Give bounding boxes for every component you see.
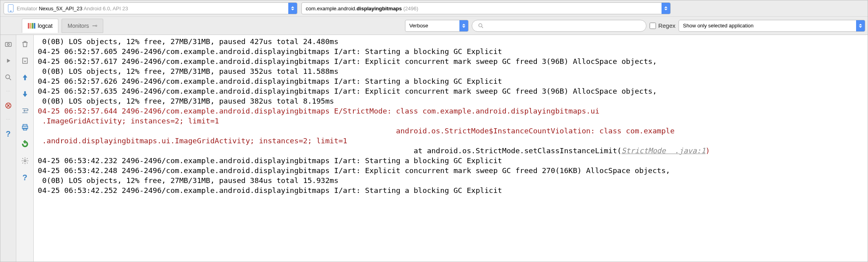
device-icon	[8, 4, 14, 12]
settings-button[interactable]	[20, 156, 30, 166]
svg-marker-4	[7, 59, 10, 63]
separator: ⋯	[6, 117, 11, 122]
filter-value: Show only selected application	[683, 23, 853, 29]
process-selector[interactable]: com.example.android.displayingbitmaps (2…	[301, 2, 671, 14]
record-button[interactable]	[3, 56, 14, 66]
log-search-input[interactable]	[487, 23, 640, 29]
pin-icon: ⊸	[92, 22, 97, 29]
logcat-toolbar: logcat Monitors ⊸ Verbose Regex Show onl…	[0, 16, 868, 35]
chevron-updown-icon	[662, 3, 670, 14]
outer-tool-strip: ⋯ ⋯ ?	[0, 35, 16, 262]
log-line[interactable]: 0(0B) LOS objects, 12% free, 27MB/31MB, …	[38, 37, 864, 46]
log-level-selector[interactable]: Verbose	[405, 20, 469, 32]
log-line[interactable]: 04-25 06:52:57.626 2496-2496/com.example…	[38, 76, 864, 86]
tab-logcat-label: logcat	[38, 23, 52, 29]
log-line[interactable]: .android.displayingbitmaps.ui.ImageGridA…	[38, 136, 864, 146]
log-output[interactable]: 0(0B) LOS objects, 12% free, 27MB/31MB, …	[34, 35, 868, 262]
clear-log-button[interactable]	[20, 39, 30, 49]
log-line[interactable]: 04-25 06:53:42.248 2496-2496/com.example…	[38, 166, 864, 175]
inner-tool-strip: ?	[16, 35, 34, 262]
regex-label: Regex	[658, 22, 675, 29]
scroll-end-button[interactable]	[20, 56, 30, 66]
svg-line-1	[482, 27, 483, 28]
main-area: ⋯ ⋯ ? ? 0(0B) LOS obj	[0, 35, 868, 262]
device-selector[interactable]: Emulator Nexus_5X_API_23 Android 6.0, AP…	[4, 2, 297, 14]
help-button[interactable]: ?	[3, 129, 14, 139]
tab-monitors[interactable]: Monitors ⊸	[62, 19, 103, 33]
log-line[interactable]: .ImageGridActivity; instances=2; limit=1	[38, 116, 864, 126]
svg-rect-10	[23, 58, 27, 63]
log-line[interactable]: 0(0B) LOS objects, 12% free, 27MB/31MB, …	[38, 175, 864, 185]
restart-button[interactable]	[20, 139, 30, 149]
regex-checkbox[interactable]	[650, 23, 656, 29]
svg-point-3	[7, 43, 9, 45]
log-line[interactable]: 04-25 06:52:57.644 2496-2496/com.example…	[38, 106, 864, 116]
down-stack-button[interactable]	[20, 89, 30, 99]
log-line[interactable]: android.os.StrictMode$InstanceCountViola…	[38, 126, 864, 136]
log-line[interactable]: 04-25 06:52:57.635 2496-2496/com.example…	[38, 86, 864, 96]
print-button[interactable]	[20, 122, 30, 133]
svg-point-14	[24, 160, 26, 162]
log-search[interactable]	[472, 20, 646, 32]
log-level-value: Verbose	[409, 23, 456, 29]
device-process-bar: Emulator Nexus_5X_API_23 Android 6.0, AP…	[0, 0, 868, 16]
svg-point-5	[6, 75, 10, 79]
log-line[interactable]: 04-25 06:52:57.617 2496-2496/com.example…	[38, 56, 864, 66]
terminate-button[interactable]	[3, 100, 14, 111]
tab-monitors-label: Monitors	[68, 23, 89, 29]
log-line[interactable]: 0(0B) LOS objects, 12% free, 27MB/31MB, …	[38, 96, 864, 106]
tab-logcat[interactable]: logcat	[22, 19, 58, 33]
log-line[interactable]: 04-25 06:52:57.605 2496-2496/com.example…	[38, 46, 864, 56]
inspect-button[interactable]	[3, 72, 14, 83]
up-stack-button[interactable]	[20, 72, 30, 83]
svg-rect-2	[5, 42, 11, 46]
log-line[interactable]: 04-25 06:53:42.252 2496-2496/com.example…	[38, 185, 864, 195]
help-inner-button[interactable]: ?	[20, 172, 30, 183]
filter-selector[interactable]: Show only selected application	[679, 20, 865, 32]
search-icon	[478, 23, 484, 29]
chevron-updown-icon	[459, 20, 468, 31]
separator: ⋯	[6, 89, 11, 94]
soft-wrap-button[interactable]	[20, 106, 30, 116]
log-line[interactable]: 0(0B) LOS objects, 12% free, 27MB/31MB, …	[38, 66, 864, 76]
device-selector-text: Emulator Nexus_5X_API_23 Android 6.0, AP…	[17, 6, 285, 12]
log-line[interactable]: at android.os.StrictMode.setClassInstanc…	[38, 146, 864, 156]
chevron-updown-icon	[288, 3, 297, 14]
regex-toggle[interactable]: Regex	[650, 22, 675, 29]
svg-point-0	[478, 23, 482, 27]
svg-line-6	[9, 79, 11, 80]
screenshot-button[interactable]	[3, 39, 14, 49]
chevron-updown-icon	[856, 20, 865, 31]
process-selector-text: com.example.android.displayingbitmaps (2…	[306, 6, 658, 12]
log-line[interactable]: 04-25 06:53:42.232 2496-2496/com.example…	[38, 156, 864, 166]
logcat-icon	[28, 23, 35, 29]
